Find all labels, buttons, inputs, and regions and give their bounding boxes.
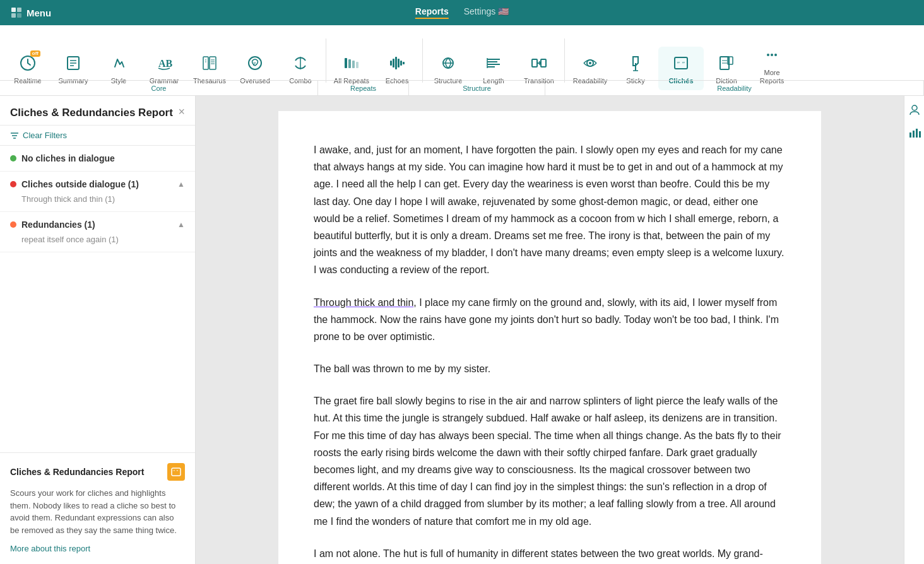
svg-rect-62 (916, 129, 918, 138)
no-cliches-label: No cliches in dialogue (21, 153, 115, 163)
redundancies-left: Redundancies (1) (10, 220, 95, 230)
cliches-outside-chevron: ▲ (177, 180, 185, 189)
right-mini-sidebar (904, 96, 924, 564)
combo-icon-wrap (289, 52, 312, 74)
top-nav-center: Reports Settings 🇺🇸 (415, 6, 509, 19)
allrepeats-icon-wrap (340, 52, 363, 74)
cliches-outside-left: Cliches outside dialogue (1) (10, 179, 139, 189)
grammar-icon: ABC (155, 54, 173, 72)
svg-rect-27 (398, 59, 400, 68)
redundancies-header[interactable]: Redundancies (1) ▲ (10, 220, 185, 230)
svg-text:"  ": " " (173, 469, 179, 475)
svg-rect-1 (17, 8, 21, 12)
green-dot (10, 155, 16, 162)
sidebar: Cliches & Redundancies Report × Clear Fi… (0, 96, 196, 564)
right-chart-icon[interactable] (906, 124, 923, 141)
content-area: I awake, and, just for an moment, I have… (196, 96, 904, 564)
svg-point-41 (589, 62, 591, 64)
cliches-icon-wrap: " " (670, 52, 692, 74)
overused-icon-wrap: z (244, 52, 266, 74)
svg-rect-2 (11, 13, 16, 18)
sidebar-item-no-cliches-dialogue: No cliches in dialogue (0, 146, 195, 172)
right-person-icon[interactable] (906, 101, 923, 119)
svg-rect-20 (345, 58, 347, 68)
redundancies-chevron: ▲ (177, 220, 185, 229)
info-description: Scours your work for cliches and highlig… (10, 487, 185, 536)
paragraph-2: Through thick and thin, I place my cane … (314, 294, 786, 346)
info-header: Cliches & Redundancies Report " " (10, 463, 185, 481)
svg-point-52 (771, 54, 773, 56)
svg-rect-21 (348, 59, 351, 68)
divider-core-repeats (326, 38, 326, 83)
length-icon-wrap (482, 52, 505, 74)
morereports-icon-wrap (761, 44, 783, 66)
divider-structure-readability (564, 38, 565, 83)
sidebar-item-cliches-outside: Cliches outside dialogue (1) ▲ Through t… (0, 172, 195, 212)
summary-icon (64, 54, 82, 72)
section-label-structure: Structure (409, 81, 545, 95)
cliches-icon: " " (672, 54, 690, 72)
paragraph-1: I awake, and, just for an moment, I have… (314, 141, 786, 279)
svg-rect-38 (541, 59, 546, 67)
allrepeats-icon (343, 54, 360, 72)
svg-rect-60 (909, 132, 911, 138)
no-cliches-left: No cliches in dialogue (10, 153, 115, 163)
settings-nav-link[interactable]: Settings 🇺🇸 (464, 6, 509, 19)
more-about-link[interactable]: More about this report (10, 544, 90, 553)
svg-rect-23 (356, 62, 358, 68)
cliches-outside-label: Cliches outside dialogue (1) (21, 179, 139, 189)
paragraph-5: I am not alone. The hut is full of human… (314, 545, 786, 564)
svg-text:": " (677, 60, 680, 68)
sticky-icon-wrap (624, 52, 647, 74)
svg-rect-24 (390, 61, 392, 66)
no-cliches-header[interactable]: No cliches in dialogue (10, 153, 185, 163)
svg-text:ABC: ABC (158, 58, 173, 69)
transition-icon-wrap (528, 52, 550, 74)
top-navigation: Menu Reports Settings 🇺🇸 (0, 0, 924, 25)
svg-rect-26 (395, 57, 397, 69)
toolbar: off Realtime Summary Style (0, 25, 924, 96)
svg-rect-0 (11, 8, 16, 12)
highlighted-phrase: Through thick and thin (314, 297, 413, 308)
paragraph-3: The ball was thrown to me by my sister. (314, 360, 786, 377)
length-icon (485, 54, 502, 72)
close-button[interactable]: × (178, 106, 185, 117)
off-badge: off (30, 50, 40, 57)
svg-rect-25 (393, 59, 394, 68)
filter-icon (10, 131, 19, 140)
sidebar-header: Cliches & Redundancies Report × (0, 96, 195, 126)
overused-icon: z (246, 54, 264, 72)
svg-rect-10 (203, 57, 208, 69)
sidebar-info-panel: Cliches & Redundancies Report " " Scours… (0, 452, 195, 564)
svg-rect-61 (913, 131, 915, 138)
divider-repeats-structure (422, 38, 423, 83)
diction-icon-wrap (715, 52, 738, 74)
menu-label[interactable]: Menu (27, 8, 51, 18)
section-label-core: Core (0, 81, 318, 95)
app-logo[interactable]: Menu (10, 6, 51, 19)
info-badge: " " (167, 463, 185, 481)
clear-filters-button[interactable]: Clear Filters (23, 131, 67, 140)
svg-point-51 (767, 54, 769, 56)
echoes-icon-wrap (386, 52, 408, 74)
cliches-outside-header[interactable]: Cliches outside dialogue (1) ▲ (10, 179, 185, 189)
redundancies-label: Redundancies (1) (21, 220, 95, 230)
red-dot (10, 181, 16, 187)
cliches-outside-child-0[interactable]: Through thick and thin (1) (10, 189, 185, 204)
readability-icon-wrap (579, 52, 601, 74)
style-icon-wrap (107, 52, 130, 74)
structure-icon-wrap (437, 52, 459, 74)
diction-icon (718, 54, 735, 72)
orange-dot (10, 221, 16, 228)
redundancies-child-0[interactable]: repeat itself once again (1) (10, 230, 185, 244)
clear-filters-row: Clear Filters (0, 126, 195, 146)
document: I awake, and, just for an moment, I have… (278, 111, 821, 564)
svg-rect-22 (352, 61, 355, 68)
combo-icon (292, 54, 309, 72)
readability-icon (581, 54, 599, 72)
reports-nav-link[interactable]: Reports (415, 6, 449, 19)
quotes-icon: " " (171, 467, 181, 477)
grammar-icon-wrap: ABC (153, 52, 175, 74)
svg-rect-29 (403, 62, 405, 64)
svg-rect-11 (210, 57, 216, 69)
